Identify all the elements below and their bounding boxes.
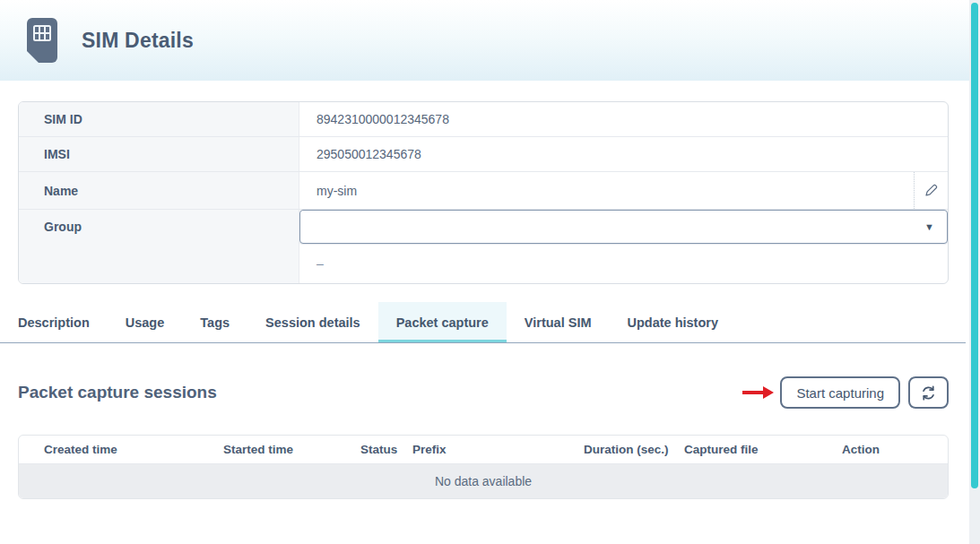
imsi-value: 295050012345678: [299, 137, 948, 171]
name-value: my-sim: [299, 172, 914, 209]
sessions-table-header: Created time Started time Status Prefix …: [19, 436, 948, 464]
tab-virtual-sim[interactable]: Virtual SIM: [507, 302, 610, 342]
red-arrow-annotation: [742, 386, 774, 399]
tab-usage[interactable]: Usage: [108, 302, 183, 342]
group-select[interactable]: ▼: [299, 210, 948, 244]
detail-row-group-empty: –: [19, 243, 948, 283]
col-captured-file: Captured file: [684, 443, 842, 456]
group-label-spacer: [19, 243, 299, 283]
start-capturing-button[interactable]: Start capturing: [780, 376, 900, 409]
vertical-scrollbar-track[interactable]: [969, 0, 980, 544]
panel-title: Packet capture sessions: [18, 383, 742, 402]
sim-id-value: 8942310000012345678: [299, 102, 948, 136]
detail-row-name: Name my-sim: [19, 171, 948, 209]
col-created-time: Created time: [44, 443, 223, 456]
sim-id-label: SIM ID: [19, 102, 299, 136]
refresh-button[interactable]: [908, 376, 949, 409]
sim-details-table: SIM ID 8942310000012345678 IMSI 29505001…: [18, 101, 949, 284]
chevron-down-icon: ▼: [924, 221, 934, 232]
packet-capture-sessions-table: Created time Started time Status Prefix …: [18, 435, 949, 499]
detail-row-group: Group ▼: [19, 209, 948, 243]
col-status: Status: [360, 443, 412, 456]
refresh-icon: [920, 384, 937, 402]
pencil-edit-icon: [924, 183, 939, 198]
group-label: Group: [19, 210, 299, 243]
tab-packet-capture[interactable]: Packet capture: [378, 302, 507, 342]
col-action: Action: [842, 443, 948, 456]
sim-card-icon: [27, 18, 57, 63]
col-started-time: Started time: [223, 443, 360, 456]
name-label: Name: [19, 172, 299, 209]
col-prefix: Prefix: [412, 443, 584, 456]
vertical-scrollbar-thumb[interactable]: [971, 3, 978, 488]
imsi-label: IMSI: [19, 137, 299, 171]
sim-detail-tabs: Description Usage Tags Session details P…: [0, 302, 966, 343]
edit-name-button[interactable]: [914, 172, 948, 209]
detail-row-imsi: IMSI 295050012345678: [19, 136, 948, 171]
packet-capture-panel-header: Packet capture sessions Start capturing: [18, 376, 949, 409]
tab-session-details[interactable]: Session details: [247, 302, 378, 342]
group-empty-value: –: [299, 243, 948, 283]
no-data-row: No data available: [19, 464, 948, 498]
tab-update-history[interactable]: Update history: [610, 302, 737, 342]
tab-tags[interactable]: Tags: [182, 302, 247, 342]
tab-description[interactable]: Description: [0, 302, 108, 342]
page-title: SIM Details: [82, 29, 194, 53]
detail-row-sim-id: SIM ID 8942310000012345678: [19, 102, 948, 136]
col-duration: Duration (sec.): [584, 443, 684, 456]
page-header: SIM Details: [0, 0, 969, 81]
